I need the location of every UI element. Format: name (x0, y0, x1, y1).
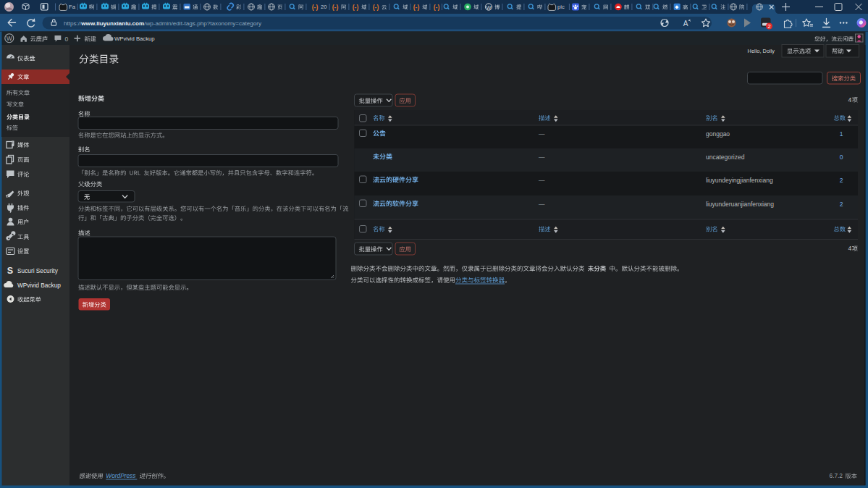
svg-text:2: 2 (767, 23, 770, 30)
svg-text:—: — (539, 201, 545, 208)
svg-text:0: 0 (65, 35, 69, 43)
svg-text:(-): (-) (353, 4, 359, 11)
svg-text:—: — (539, 153, 545, 161)
svg-text:Fa: Fa (69, 4, 76, 10)
svg-text:W: W (486, 4, 492, 11)
svg-text:gonggao: gonggao (706, 130, 730, 138)
svg-text:1: 1 (840, 130, 843, 138)
svg-text:2: 2 (840, 177, 843, 184)
svg-text:pic: pic (557, 4, 565, 10)
svg-text:Sucuri Security: Sucuri Security (17, 267, 59, 274)
svg-text:—: — (539, 130, 545, 138)
svg-text:WordPress: WordPress (106, 472, 135, 479)
svg-text:(-): (-) (373, 4, 379, 11)
svg-text:4: 4 (848, 245, 852, 252)
svg-text:0: 0 (840, 153, 843, 161)
svg-text:https://www.liuyunxianlu.com/w: https://www.liuyunxianlu.com/wp-admin/ed… (64, 20, 262, 27)
svg-text:WPvivid Backup: WPvivid Backup (17, 282, 61, 289)
svg-text:S: S (7, 266, 13, 276)
svg-text:liuyunderuanjianfenxiang: liuyunderuanjianfenxiang (706, 201, 774, 208)
svg-text:liuyundeyingjianfenxiang: liuyundeyingjianfenxiang (706, 177, 773, 184)
svg-text:2: 2 (840, 201, 843, 208)
svg-text:WPvivid Backup: WPvivid Backup (114, 35, 155, 42)
svg-text:A: A (683, 20, 688, 28)
svg-text:4: 4 (848, 96, 852, 104)
svg-text:(-): (-) (332, 4, 339, 11)
svg-text:20: 20 (321, 4, 326, 10)
svg-text:(-): (-) (312, 4, 319, 11)
svg-text:(-): (-) (413, 4, 420, 11)
svg-text:—: — (539, 177, 545, 184)
svg-text:uncategorized: uncategorized (706, 153, 745, 161)
svg-text:Hello, Dolly: Hello, Dolly (748, 48, 775, 54)
svg-text:(-): (-) (434, 4, 440, 11)
svg-text:W: W (7, 35, 12, 42)
svg-text:6.7.2: 6.7.2 (830, 472, 843, 479)
